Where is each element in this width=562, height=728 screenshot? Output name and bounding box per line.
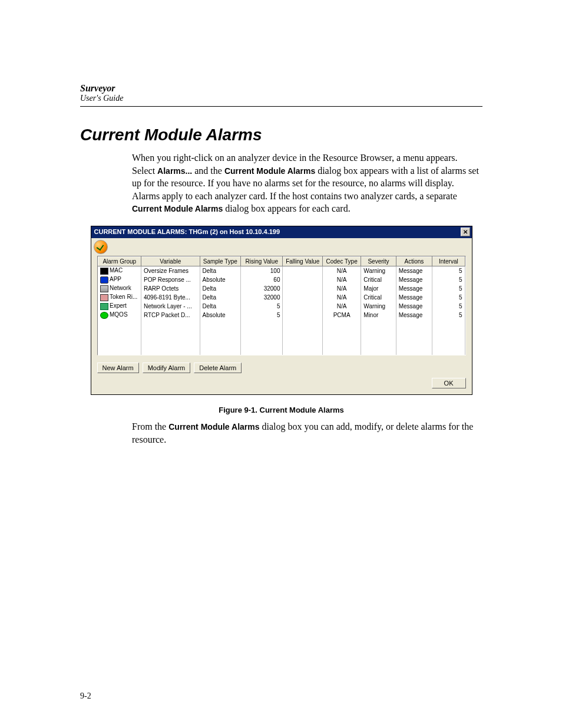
mac-icon <box>100 268 108 275</box>
cell: 5 <box>432 284 465 293</box>
cell: APP <box>110 276 121 282</box>
doc-subtitle: User's Guide <box>80 94 482 104</box>
cell <box>283 293 322 302</box>
outro-paragraph: From the Current Module Alarms dialog bo… <box>132 420 482 446</box>
table-row[interactable]: MAC Oversize Frames Delta 100 N/A Warnin… <box>98 266 465 275</box>
col-falling[interactable]: Falling Value <box>283 256 322 266</box>
dialog-toolbar <box>91 238 472 256</box>
menu-alarms-label: Alarms... <box>157 166 192 176</box>
cell: 5 <box>432 266 465 275</box>
new-alarm-button[interactable]: New Alarm <box>97 363 139 373</box>
cell: Critical <box>361 275 396 284</box>
cell: N/A <box>322 266 361 275</box>
doc-title: Surveyor <box>80 83 482 94</box>
cell: RTCP Packet D... <box>141 311 200 319</box>
text: From the <box>132 421 168 431</box>
text: and the <box>194 166 224 176</box>
dialog-titlebar[interactable]: CURRENT MODULE ALARMS: THGm (2) on Host … <box>91 226 472 238</box>
cell: 5 <box>241 302 283 311</box>
cell: N/A <box>322 302 361 311</box>
alarms-table-wrap: Alarm Group Variable Sample Type Rising … <box>97 256 466 355</box>
dialog-name: Current Module Alarms <box>168 422 259 431</box>
close-icon[interactable]: ✕ <box>461 228 470 236</box>
cell: PCMA <box>322 311 361 319</box>
cell: 100 <box>241 266 283 275</box>
cell: 4096-8191 Byte... <box>141 293 200 302</box>
cell: Message <box>396 266 432 275</box>
cell: Delta <box>200 284 240 293</box>
cell: Expert <box>110 302 127 309</box>
cell: Network Layer - ... <box>141 302 200 311</box>
clock-icon[interactable] <box>94 240 108 254</box>
current-module-alarms-dialog: CURRENT MODULE ALARMS: THGm (2) on Host … <box>91 226 472 395</box>
cell: Oversize Frames <box>141 266 200 275</box>
col-interval[interactable]: Interval <box>432 256 465 266</box>
cell <box>283 311 322 319</box>
table-row <box>98 337 465 346</box>
dialog-name: Current Module Alarms <box>132 204 223 213</box>
cell: 5 <box>432 311 465 319</box>
cell: POP Response ... <box>141 275 200 284</box>
cell: Message <box>396 293 432 302</box>
page-number: 9-2 <box>80 691 91 701</box>
ok-button[interactable]: OK <box>432 378 466 388</box>
cell: 60 <box>241 275 283 284</box>
cell: Message <box>396 302 432 311</box>
table-row[interactable]: Token Ri... 4096-8191 Byte... Delta 3200… <box>98 293 465 302</box>
cell: Warning <box>361 266 396 275</box>
cell: Absolute <box>200 275 240 284</box>
cell <box>283 284 322 293</box>
col-actions[interactable]: Actions <box>396 256 432 266</box>
table-row[interactable]: APP POP Response ... Absolute 60 N/A Cri… <box>98 275 465 284</box>
cell: Critical <box>361 293 396 302</box>
table-header-row: Alarm Group Variable Sample Type Rising … <box>98 256 465 266</box>
table-row <box>98 346 465 355</box>
col-sample-type[interactable]: Sample Type <box>200 256 240 266</box>
cell: 32000 <box>241 284 283 293</box>
cell: Message <box>396 284 432 293</box>
cell <box>283 275 322 284</box>
col-codec[interactable]: Codec Type <box>322 256 361 266</box>
delete-alarm-button[interactable]: Delete Alarm <box>194 363 242 373</box>
table-row[interactable]: Expert Network Layer - ... Delta 5 N/A W… <box>98 302 465 311</box>
cell: Major <box>361 284 396 293</box>
network-icon <box>100 285 108 292</box>
cell: 5 <box>432 275 465 284</box>
cell: N/A <box>322 293 361 302</box>
dialog-name: Current Module Alarms <box>224 166 315 176</box>
table-row[interactable]: MQOS RTCP Packet D... Absolute 5 PCMA Mi… <box>98 311 465 319</box>
cell: N/A <box>322 275 361 284</box>
col-alarm-group[interactable]: Alarm Group <box>98 256 141 266</box>
cell: Minor <box>361 311 396 319</box>
cell: Delta <box>200 266 240 275</box>
dialog-ok-row: OK <box>91 378 472 394</box>
expert-icon <box>100 303 108 310</box>
cell: Token Ri... <box>110 294 137 300</box>
cell: 5 <box>432 293 465 302</box>
mqos-icon <box>100 312 108 319</box>
cell: Delta <box>200 293 240 302</box>
cell: 5 <box>432 302 465 311</box>
col-rising[interactable]: Rising Value <box>241 256 283 266</box>
text: dialog box appears for each card. <box>225 203 350 213</box>
col-severity[interactable]: Severity <box>361 256 396 266</box>
cell: 32000 <box>241 293 283 302</box>
cell: 5 <box>241 311 283 319</box>
modify-alarm-button[interactable]: Modify Alarm <box>143 363 191 373</box>
cell <box>283 302 322 311</box>
section-heading: Current Module Alarms <box>80 126 482 144</box>
running-header: Surveyor User's Guide <box>80 83 482 107</box>
figure-caption: Figure 9-1. Current Module Alarms <box>80 406 482 414</box>
cell: Absolute <box>200 311 240 319</box>
cell: Message <box>396 311 432 319</box>
token-ring-icon <box>100 294 108 301</box>
cell <box>283 266 322 275</box>
intro-paragraph: When you right-click on an analyzer devi… <box>132 151 482 215</box>
cell: Delta <box>200 302 240 311</box>
alarms-table: Alarm Group Variable Sample Type Rising … <box>98 256 465 355</box>
cell: Network <box>110 285 131 291</box>
cell: RARP Octets <box>141 284 200 293</box>
table-row <box>98 319 465 328</box>
col-variable[interactable]: Variable <box>141 256 200 266</box>
table-row[interactable]: Network RARP Octets Delta 32000 N/A Majo… <box>98 284 465 293</box>
